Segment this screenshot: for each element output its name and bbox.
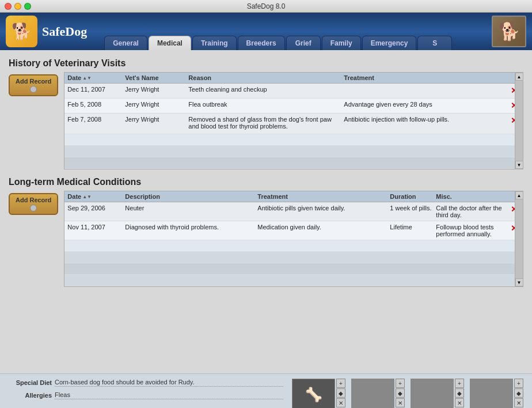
table-row-empty xyxy=(64,146,523,157)
window-controls xyxy=(5,3,31,10)
dog-photo: 🐕 xyxy=(492,16,526,47)
cond-date-sort-arrows[interactable]: ▲▼ xyxy=(82,194,92,199)
cond-misc-0: Call the doctor after the third day. xyxy=(436,205,508,218)
minimize-button[interactable] xyxy=(14,3,21,10)
visit-vet-0: Jerry Wright xyxy=(125,86,188,93)
table-row-empty xyxy=(64,157,523,169)
cond-scroll-down[interactable]: ▼ xyxy=(515,278,523,286)
scan-3-plus-btn[interactable]: + xyxy=(455,379,464,388)
cond-col-duration: Duration xyxy=(390,193,436,200)
vet-col-treatment: Treatment xyxy=(344,74,508,81)
table-row: Dec 11, 2007 Jerry Wright Teeth cleaning… xyxy=(64,84,523,99)
vet-visits-table-header: Date ▲▼ Vet's Name Reason Treatment xyxy=(64,73,523,84)
special-diet-value[interactable]: Corn-based dog food should be avoided fo… xyxy=(55,379,283,387)
cond-col-desc: Description xyxy=(125,193,257,200)
scan-1-plus-btn[interactable]: + xyxy=(336,379,345,388)
cond-treatment-0: Antibiotic pills given twice daily. xyxy=(257,205,390,211)
cond-scroll-up[interactable]: ▲ xyxy=(515,191,523,199)
tab-general[interactable]: General xyxy=(104,36,147,50)
bottom-section: Special Diet Corn-based dog food should … xyxy=(0,373,532,408)
cond-col-date: Date ▲▼ xyxy=(67,193,125,200)
visit-date-2: Feb 7, 2008 xyxy=(67,116,125,123)
scan-3-minus-btn[interactable]: ✕ xyxy=(455,398,464,407)
visit-date-1: Feb 5, 2008 xyxy=(67,101,125,108)
cond-duration-0: 1 week of pills. xyxy=(390,205,436,211)
scan-2-minus-btn[interactable]: ✕ xyxy=(396,398,405,407)
cond-misc-1: Followup blood tests performed annually. xyxy=(436,224,508,237)
xray-icon: 🦴 xyxy=(305,387,322,403)
table-row: Feb 7, 2008 Jerry Wright Removed a shard… xyxy=(64,114,523,134)
table-row-empty xyxy=(64,252,523,263)
visit-reason-1: Flea outbreak xyxy=(188,101,344,108)
vet-visits-title: History of Veterinary Visits xyxy=(9,58,523,69)
scan-2-box[interactable] xyxy=(351,379,394,408)
scan-2-diamond-btn[interactable]: ◆ xyxy=(396,388,405,398)
scroll-down-arrow[interactable]: ▼ xyxy=(515,161,523,169)
add-vet-record-button[interactable]: Add Record xyxy=(9,74,58,96)
vet-visits-table-container: Date ▲▼ Vet's Name Reason Treatment Dec … xyxy=(64,72,523,169)
bottom-fields: Special Diet Corn-based dog food should … xyxy=(9,379,283,404)
titlebar: SafeDog 8.0 xyxy=(0,0,532,13)
vet-visits-table: Date ▲▼ Vet's Name Reason Treatment Dec … xyxy=(64,72,523,174)
vet-col-reason: Reason xyxy=(188,74,344,81)
scan-4-box[interactable] xyxy=(470,379,513,408)
cond-treatment-1: Medication given daily. xyxy=(257,224,390,231)
scan-3-box[interactable] xyxy=(411,379,454,408)
logo-area: 🐕 SafeDog xyxy=(6,16,87,47)
header: 🐕 SafeDog General Medical Training Breed… xyxy=(0,13,532,50)
conditions-table: Date ▲▼ Description Treatment Duration M… xyxy=(64,191,523,292)
cond-col-misc: Misc. xyxy=(436,193,508,200)
table-row: Sep 29, 2006 Neuter Antibiotic pills giv… xyxy=(64,202,523,221)
allergies-value[interactable]: Fleas xyxy=(55,391,283,399)
allergies-label: Allergies xyxy=(9,392,52,399)
date-sort-arrows[interactable]: ▲▼ xyxy=(82,75,92,81)
conditions-table-header: Date ▲▼ Description Treatment Duration M… xyxy=(64,191,523,202)
dog-emoji-icon: 🐕 xyxy=(12,22,32,41)
tab-medical[interactable]: Medical xyxy=(149,36,191,50)
scans-area: 🦴 + ◆ ✕ Scan 1 + ◆ ✕ Scan 2 xyxy=(292,379,523,408)
conditions-title: Long-term Medical Conditions xyxy=(9,177,523,187)
scan-4-diamond-btn[interactable]: ◆ xyxy=(514,388,523,398)
tab-family[interactable]: Family xyxy=(322,36,361,50)
visit-treatment-2: Antibiotic injection with follow-up pill… xyxy=(344,116,508,123)
scan-1-controls: + ◆ ✕ xyxy=(336,379,345,407)
tab-breeders[interactable]: Breeders xyxy=(238,36,285,50)
vet-visits-section: Add Record Date ▲▼ Vet's Name Reason Tre… xyxy=(9,72,523,174)
visit-reason-0: Teeth cleaning and checkup xyxy=(188,86,344,93)
special-diet-label: Special Diet xyxy=(9,379,52,386)
conditions-section: Add Record Date ▲▼ Description Treatment… xyxy=(9,191,523,292)
tab-bar: General Medical Training Breeders Grief … xyxy=(104,36,452,50)
visit-vet-1: Jerry Wright xyxy=(125,101,188,108)
scan-1-box[interactable]: 🦴 xyxy=(292,379,335,408)
special-diet-row: Special Diet Corn-based dog food should … xyxy=(9,379,283,387)
maximize-button[interactable] xyxy=(24,3,31,10)
tab-training[interactable]: Training xyxy=(192,36,237,50)
tab-grief[interactable]: Grief xyxy=(286,36,321,50)
scan-4-plus-btn[interactable]: + xyxy=(514,379,523,388)
dog-photo-image: 🐕 xyxy=(493,17,525,46)
vet-col-date: Date ▲▼ xyxy=(67,74,125,81)
scan-1-minus-btn[interactable]: ✕ xyxy=(336,398,345,407)
app-title: SafeDog 8.0 xyxy=(247,2,286,10)
cond-table-scrollbar[interactable]: ▲ ▼ xyxy=(515,191,523,286)
scan-1-diamond-btn[interactable]: ◆ xyxy=(336,388,345,398)
visit-treatment-1: Advantage given every 28 days xyxy=(344,101,508,108)
add-condition-record-button[interactable]: Add Record xyxy=(9,193,58,215)
cond-duration-1: Lifetime xyxy=(390,224,436,231)
close-button[interactable] xyxy=(5,3,12,10)
scan-2-plus-btn[interactable]: + xyxy=(396,379,405,388)
scan-3-diamond-btn[interactable]: ◆ xyxy=(455,388,464,398)
tab-s[interactable]: S xyxy=(417,36,452,50)
cond-date-1: Nov 11, 2007 xyxy=(67,224,125,231)
vet-table-scrollbar[interactable]: ▲ ▼ xyxy=(515,73,523,169)
scroll-up-arrow[interactable]: ▲ xyxy=(515,73,523,81)
visit-vet-2: Jerry Wright xyxy=(125,116,188,123)
visit-date-0: Dec 11, 2007 xyxy=(67,86,125,93)
scan-4-minus-btn[interactable]: ✕ xyxy=(514,398,523,407)
main-content: History of Veterinary Visits Add Record … xyxy=(0,50,532,373)
table-row: Feb 5, 2008 Jerry Wright Flea outbreak A… xyxy=(64,99,523,114)
table-row-empty xyxy=(64,275,523,286)
scan-1-item: 🦴 + ◆ ✕ Scan 1 xyxy=(292,379,345,408)
tab-emergency[interactable]: Emergency xyxy=(362,36,417,50)
allergies-row: Allergies Fleas xyxy=(9,391,283,399)
